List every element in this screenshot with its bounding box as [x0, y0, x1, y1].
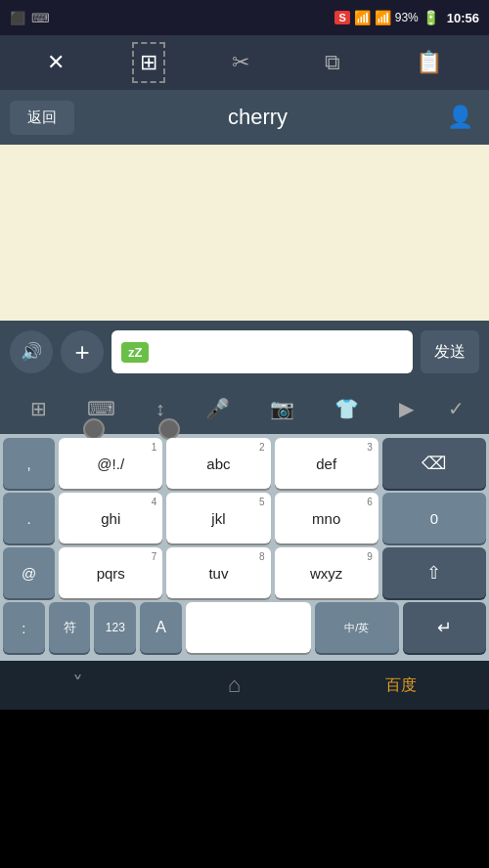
key-number: 8: [259, 551, 265, 562]
key-label: 中/英: [344, 621, 369, 635]
message-input-container[interactable]: zZ: [111, 330, 413, 373]
scissors-icon[interactable]: ✂: [224, 42, 257, 83]
key-def[interactable]: 3 def: [275, 438, 378, 489]
key-abc[interactable]: 2 abc: [166, 438, 270, 489]
keyboard: , 1 @!./ 2 abc 3 def ⌫ . 4 ghi 5 jkl: [0, 434, 489, 661]
kb-camera-icon[interactable]: 📷: [264, 391, 300, 426]
kb-grid-icon[interactable]: ⊞: [24, 391, 53, 426]
bottom-nav: ˅ ⌂ 百度: [0, 661, 489, 710]
key-ghi[interactable]: 4 ghi: [59, 493, 162, 543]
key-label: 符: [64, 619, 76, 636]
status-bar: ⬛ ⌨ S 📶 📶 93% 🔋 10:56: [0, 0, 489, 35]
key-number: 9: [367, 551, 373, 562]
plus-button[interactable]: +: [61, 330, 104, 373]
enter-icon: ↵: [437, 617, 452, 638]
key-label: pqrs: [97, 565, 125, 582]
key-tuv[interactable]: 8 tuv: [166, 547, 270, 598]
grid-icon[interactable]: ⊞: [132, 42, 165, 83]
kb-mic-icon[interactable]: 🎤: [200, 391, 236, 426]
s-app-icon: S: [334, 11, 349, 24]
key-caps[interactable]: A: [140, 602, 182, 653]
key-pqrs[interactable]: 7 pqrs: [59, 547, 162, 598]
kb-shirt-icon[interactable]: 👕: [329, 391, 365, 426]
voice-icon: 🔊: [21, 341, 42, 363]
kb-row-3: @ 7 pqrs 8 tuv 9 wxyz ⇧: [3, 547, 486, 598]
key-lang[interactable]: 中/英: [315, 602, 398, 653]
cursor-handles: [83, 418, 180, 440]
key-label: ghi: [101, 510, 120, 527]
key-label: abc: [206, 456, 230, 472]
content-area: [0, 145, 489, 321]
key-label: 123: [106, 621, 125, 634]
key-label: wxyz: [310, 565, 342, 582]
key-symbols[interactable]: 1 @!./: [59, 438, 162, 489]
key-label: def: [316, 456, 336, 472]
key-at[interactable]: @: [3, 547, 55, 598]
key-enter[interactable]: ↵: [403, 602, 486, 653]
close-icon[interactable]: ✕: [39, 42, 72, 83]
key-label: @!./: [97, 456, 124, 472]
key-label: tuv: [208, 565, 228, 582]
key-mno[interactable]: 6 mno: [275, 493, 378, 543]
key-backspace[interactable]: ⌫: [382, 438, 486, 489]
key-shift[interactable]: ⇧: [382, 547, 486, 598]
key-123[interactable]: 123: [94, 602, 136, 653]
kb-row-4: : 符 123 A 中/英 ↵: [3, 602, 486, 653]
backspace-icon: ⌫: [422, 453, 446, 474]
battery-text: 93%: [395, 11, 419, 24]
kb-row-1: , 1 @!./ 2 abc 3 def ⌫: [3, 438, 486, 489]
key-label: jkl: [211, 510, 225, 527]
copy-icon[interactable]: ⧉: [317, 42, 348, 83]
key-label: ,: [26, 456, 30, 472]
shift-icon: ⇧: [426, 562, 441, 584]
signal-icon: 📶: [375, 10, 391, 25]
user-icon[interactable]: 👤: [441, 99, 479, 136]
key-label: .: [26, 510, 30, 527]
voice-button[interactable]: 🔊: [10, 330, 53, 373]
key-number: 1: [152, 442, 157, 453]
key-label: mno: [312, 510, 340, 527]
key-0[interactable]: 0: [382, 493, 486, 543]
key-label: @: [22, 565, 36, 582]
time-display: 10:56: [447, 11, 479, 25]
kb-check-icon[interactable]: ✓: [448, 397, 465, 420]
plus-icon: +: [74, 337, 89, 368]
send-button[interactable]: 发送: [421, 330, 479, 373]
clipboard-icon[interactable]: 📋: [408, 42, 450, 83]
keyboard-toolbar: ⊞ ⌨ ↕ 🎤 📷 👕 ▶ ✓: [0, 383, 489, 434]
keyboard-icon: ⌨: [31, 11, 50, 25]
key-number: 7: [152, 551, 157, 562]
nav-back-icon[interactable]: ˅: [72, 673, 83, 698]
input-bar: 🔊 + zZ 发送: [0, 321, 489, 383]
key-number: 5: [259, 497, 265, 507]
status-icons: S 📶 📶 93% 🔋 10:56: [334, 10, 479, 25]
back-button[interactable]: 返回: [10, 101, 74, 135]
key-period[interactable]: .: [3, 493, 55, 543]
key-space[interactable]: [186, 602, 311, 653]
key-label: 0: [430, 510, 438, 527]
key-jkl[interactable]: 5 jkl: [166, 493, 270, 543]
key-wxyz[interactable]: 9 wxyz: [275, 547, 378, 598]
header-bar: 返回 cherry 👤: [0, 90, 489, 145]
key-comma[interactable]: ,: [3, 438, 55, 489]
key-label: A: [156, 619, 166, 636]
header-title: cherry: [84, 105, 431, 130]
nav-home-icon[interactable]: ⌂: [228, 673, 241, 698]
kb-arrow-icon[interactable]: ▶: [393, 391, 420, 426]
battery-icon: 🔋: [422, 10, 439, 25]
nav-baidu-icon[interactable]: 百度: [385, 675, 417, 696]
key-number: 2: [259, 442, 265, 453]
cursor-handle-left[interactable]: [83, 418, 105, 440]
key-number: 4: [152, 497, 157, 507]
screenshot-icon: ⬛: [10, 11, 25, 25]
key-label: [246, 620, 250, 636]
sleeping-badge: zZ: [121, 342, 149, 363]
key-colon[interactable]: :: [3, 602, 45, 653]
key-number: 6: [367, 497, 373, 507]
cursor-handle-right[interactable]: [158, 418, 180, 440]
top-toolbar: ✕ ⊞ ✂ ⧉ 📋: [0, 35, 489, 90]
key-symbols-btn[interactable]: 符: [49, 602, 91, 653]
kb-row-2: . 4 ghi 5 jkl 6 mno 0: [3, 493, 486, 543]
key-number: 3: [367, 442, 373, 453]
key-label: :: [22, 620, 25, 636]
